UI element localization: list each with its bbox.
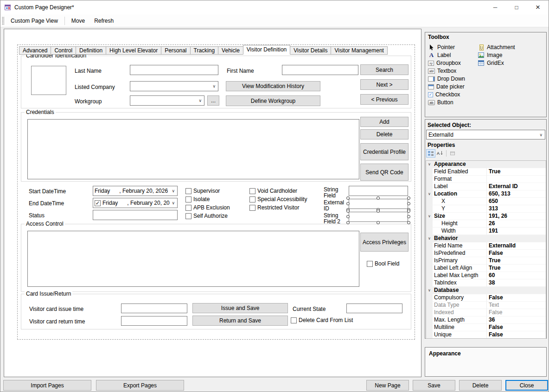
selection-handle[interactable] [407,196,410,200]
toolbox-item-checkbox[interactable]: ✓ Checkbox [428,91,460,98]
return-and-save-button[interactable]: Return and Save [192,316,288,326]
property-value[interactable]: False [487,331,546,339]
toolbox-item-drop-down[interactable]: Drop Down [428,76,465,82]
checkbox-supervisor[interactable]: Supervisor [185,188,220,194]
add-credential-button[interactable]: Add [360,117,409,127]
credentials-list[interactable] [27,119,359,179]
current-state-field[interactable] [346,303,402,313]
selection-handle[interactable] [346,209,350,213]
previous-button[interactable]: < Previous [360,94,409,105]
issue-and-save-button[interactable]: Issue and Save [192,303,288,313]
categorized-view-button[interactable] [426,149,435,158]
selection-handle[interactable] [377,196,380,200]
menu-custom-page-view[interactable]: Custom Page View [6,16,63,26]
property-value[interactable]: 26 [487,220,546,228]
property-value[interactable]: True [487,257,546,265]
property-row-label-left-align[interactable]: Label Left AlignTrue [426,265,546,272]
property-row-width[interactable]: Width191 [426,228,546,235]
property-row-appearance[interactable]: ∨Appearance [426,161,546,168]
property-row-behavior[interactable]: ∨Behavior [426,235,546,242]
toolbox-item-attachment[interactable]: Attachment [478,44,515,51]
selected-object-combobox[interactable]: ExternalId [426,130,545,139]
access-privileges-button[interactable]: Access Privileges [360,233,409,252]
property-value[interactable]: False [487,309,546,316]
property-row-compulsory[interactable]: CompulsoryFalse [426,294,546,302]
tab-visitor-details[interactable]: Visitor Details [290,46,331,55]
define-workgroup-button[interactable]: Define Workgroup [226,95,320,106]
property-value[interactable]: Text [487,302,546,309]
collapse-chevron-icon[interactable]: ∨ [426,213,433,220]
property-row-multiline[interactable]: MultilineFalse [426,324,546,331]
toolbox-item-pointer[interactable]: Pointer [428,44,455,51]
property-row-y[interactable]: Y313 [426,205,546,213]
selection-handle[interactable] [346,202,350,205]
selection-handle[interactable] [346,221,350,224]
property-row-isprimary[interactable]: IsPrimaryTrue [426,257,546,265]
selection-handle[interactable] [346,196,350,200]
last-name-field[interactable] [130,65,218,75]
checkbox-void-cardholder[interactable]: Void Cardholder [249,188,297,194]
property-value[interactable]: False [487,294,546,302]
property-row-format[interactable]: Format [426,176,546,183]
workgroup-browse-button[interactable]: ... [207,95,219,106]
return-time-field[interactable] [121,316,187,326]
string-field-2[interactable] [349,212,408,222]
selection-handle[interactable] [407,209,410,213]
property-value[interactable]: True [487,168,546,176]
tab-definition[interactable]: Definition [76,46,106,55]
toolstrip-grip[interactable] [2,17,4,25]
property-value[interactable]: 60 [487,272,546,279]
tab-vehicle[interactable]: Vehicle [218,46,243,55]
selection-handle[interactable] [346,215,350,218]
collapse-chevron-icon[interactable]: ∨ [426,161,433,168]
property-pages-button[interactable] [448,149,457,158]
property-value[interactable]: 650 [487,198,546,205]
property-value[interactable] [487,287,546,294]
property-value[interactable]: False [487,324,546,331]
property-value[interactable] [487,161,546,168]
property-row-size[interactable]: ∨Size191, 26 [426,213,546,220]
export-pages-button[interactable]: Export Pages [96,380,184,391]
tab-personal[interactable]: Personal [161,46,190,55]
collapse-chevron-icon[interactable]: ∨ [426,287,433,294]
tab-tracking[interactable]: Tracking [190,46,219,55]
selection-handle[interactable] [377,221,380,224]
tab-control[interactable]: Control [51,46,76,55]
property-row-indexed[interactable]: IndexedFalse [426,309,546,316]
checkbox-restricted-visitor[interactable]: Restricted Visitor [249,204,299,211]
minimize-button[interactable]: ─ [485,0,506,14]
property-row-tabindex[interactable]: TabIndex38 [426,279,546,287]
toolbox-item-label-control[interactable]: A Label [428,52,451,58]
property-value[interactable] [487,235,546,242]
close-window-button[interactable]: × [527,0,549,14]
cardholder-photo-box[interactable] [31,66,66,95]
property-value[interactable]: True [487,265,546,272]
maximize-button[interactable]: □ [506,0,527,14]
selection-handle[interactable] [407,202,410,205]
tab-advanced[interactable]: Advanced [19,46,51,55]
checkbox-bool-field[interactable]: Bool Field [367,260,399,267]
end-datetime-checkbox[interactable] [95,200,101,206]
delete-button[interactable]: Delete [459,380,502,391]
tab-visitor-definition[interactable]: Visitor Definition [243,45,290,55]
toolbox-item-textbox[interactable]: abl Textbox [428,68,456,74]
save-button[interactable]: Save [413,380,455,391]
first-name-field[interactable] [282,65,358,75]
string-field[interactable] [349,186,408,196]
property-value[interactable]: 191 [487,228,546,235]
collapse-chevron-icon[interactable]: ∨ [426,190,433,198]
issue-time-field[interactable] [121,303,187,313]
toolbox-item-date-picker[interactable]: Date picker [428,83,465,90]
property-row-x[interactable]: X650 [426,198,546,205]
property-row-data-type[interactable]: Data TypeText [426,302,546,309]
property-value[interactable]: 38 [487,279,546,287]
external-id-field[interactable] [349,199,408,209]
property-row-ispredefined[interactable]: IsPredefinedFalse [426,250,546,257]
selection-handle[interactable] [407,215,410,218]
alphabetical-sort-button[interactable]: A [435,149,445,158]
tab-high-level-elevator[interactable]: High Level Elevator [106,46,161,55]
property-value[interactable]: ExternalId [487,242,546,250]
view-modification-history-button[interactable]: View Modification History [226,81,320,91]
property-value[interactable]: External ID [487,183,546,190]
property-row-max-length[interactable]: Max. Length36 [426,316,546,324]
